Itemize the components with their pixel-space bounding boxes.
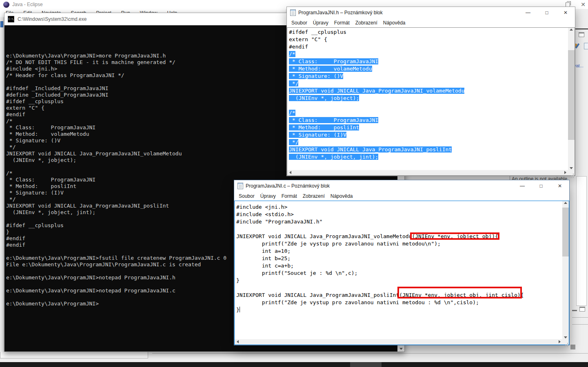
code-line: #endif [289,43,568,51]
resize-grip[interactable] [562,339,569,345]
maximize-button[interactable]: □ [532,180,550,192]
outline-view-icon-fragment[interactable] [584,43,588,49]
code-line: JNIEXPORT void JNICALL Java_ProgramJavaJ… [236,292,562,299]
code-line: JNIEXPORT void JNICALL Java_ProgramJavaJ… [289,87,568,95]
eclipse-editor-border [575,29,588,29]
menu-item[interactable]: Zobrazení [353,19,380,27]
notepad-c-text[interactable]: #include <jni.h> #include <stdio.h> #inc… [235,201,562,339]
menu-item[interactable]: Úpravy [257,192,279,200]
eclipse-toolbar-icon-fragment [0,21,3,27]
code-line: /* [289,109,568,117]
eclipse-left-panel-edge [0,17,4,352]
scrollbar-thumb[interactable] [568,50,575,140]
notepad-icon [290,9,296,16]
code-line: int a=10; [236,248,562,255]
menu-item[interactable]: Zobrazení [300,192,328,200]
notepad-c-titlebar[interactable]: ProgramJavaJNI.c – Poznámkový blok — □ ✕ [234,180,569,192]
code-line: int c=a+b; [236,262,562,270]
code-line: */ [289,139,568,146]
notepad-h-text[interactable]: #ifdef __cplusplusextern "C" {#endif/* *… [287,28,568,170]
code-line: } [236,277,562,284]
code-line: (JNIEnv *, jobject); [289,95,568,102]
horizontal-scrollbar[interactable] [287,170,568,175]
red-highlight-box: (JNIEnv *env, jobject obj){ [412,233,498,239]
menu-item[interactable]: Soubor [236,192,257,200]
scrollbar-thumb[interactable] [562,208,569,256]
code-line [289,102,568,109]
code-line: printf("Soucet je : %d \n",c); [236,270,562,277]
cmd-window-title: C:\Windows\System32\cmd.exe [18,16,87,22]
taskbar-segment[interactable] [350,362,382,367]
code-line: #include "ProgramJavaJNI.h" [236,218,562,226]
code-line: * Method: volameMetodu [289,65,568,73]
code-line: * Method: posliInt [289,124,568,131]
code-line: JNIEXPORT void JNICALL Java_ProgramJavaJ… [289,146,568,153]
panel-divider [572,317,588,318]
red-highlight-box: (JNIEnv *env, jobject obj, jint cislo) [399,292,520,298]
vertical-scrollbar[interactable] [562,201,569,339]
notepad-icon [237,183,243,189]
eclipse-restore-icon[interactable] [566,2,570,7]
scrollbar-left-arrow-icon[interactable] [288,171,292,174]
panel-corner-fragment [570,345,575,349]
code-line: (JNIEnv *, jobject, jint); [289,153,568,161]
scrollbar-down-arrow-icon[interactable] [562,336,569,338]
code-line: /* [289,51,568,58]
maximize-view-icon[interactable] [579,307,585,312]
notepad-c-title: ProgramJavaJNI.c – Poznámkový blok [246,183,330,189]
menu-item[interactable]: Soubor [288,19,310,27]
menu-item[interactable]: Nápověda [328,192,356,200]
vertical-scrollbar[interactable] [568,28,575,170]
notepad-c-window: ProgramJavaJNI.c – Poznámkový blok — □ ✕… [234,180,570,345]
scrollbar-right-arrow-icon[interactable] [563,171,567,174]
code-line: */ [289,80,568,87]
notepad-h-title: ProgramJavaJNI.h – Poznámkový blok [298,10,383,15]
notepad-c-menubar: SouborÚpravyFormátZobrazeníNápověda [234,192,569,201]
cmd-icon: C:\ [8,16,14,22]
code-line: extern "C" { [289,36,568,43]
scrollbar-up-arrow-icon[interactable] [568,29,575,31]
code-line: #ifdef __cplusplus [289,29,568,36]
maximize-view-icon[interactable] [579,32,584,37]
taskbar[interactable] [0,362,588,367]
minimize-button[interactable]: — [513,180,532,192]
scrollbar-up-arrow-icon[interactable] [562,202,569,204]
code-line: int b=25; [236,255,562,262]
outline-panel-edge [576,176,587,306]
horizontal-scrollbar[interactable] [235,339,562,345]
eclipse-icon [3,2,9,8]
minimize-view-icon[interactable] [572,310,577,311]
code-line: * Signature: (I)V [289,131,568,139]
maximize-button[interactable]: □ [537,7,556,18]
code-line: JNIEXPORT void JNICALL Java_ProgramJavaJ… [236,233,562,240]
code-line: } [236,306,562,314]
close-button[interactable]: ✕ [550,180,569,192]
eclipse-statusbar-border [152,353,588,354]
menu-item[interactable]: Úpravy [310,19,331,27]
notepad-h-window: ProgramJavaJNI.h – Poznámkový blok — □ ✕… [286,7,575,176]
notepad-h-titlebar[interactable]: ProgramJavaJNI.h – Poznámkový blok — □ ✕ [287,7,575,18]
scrollbar-right-arrow-icon[interactable] [557,340,561,343]
scrollbar-down-arrow-icon[interactable] [568,167,575,169]
code-line: printf("Zde je vystup pro zavolanou nati… [236,299,562,306]
code-line: #include <jni.h> [236,203,562,211]
eclipse-bottom-panel [0,352,148,358]
code-line: * Class: ProgramJavaJNI [289,117,568,124]
eclipse-window-title: Java - Eclipse [12,2,43,7]
scrollbar-down-arrow-icon[interactable] [397,348,404,350]
code-line: * Signature: ()V [289,73,568,80]
notepad-h-menubar: SouborÚpravyFormátZobrazeníNápověda [287,18,575,27]
close-button[interactable]: ✕ [556,7,575,18]
eclipse-close-icon[interactable]: ✕ [581,2,586,7]
code-line: * Class: ProgramJavaJNI [289,58,568,65]
code-line [236,226,562,233]
minimize-button[interactable]: — [519,7,537,18]
menu-item[interactable]: Nápověda [380,19,408,27]
resize-grip[interactable] [568,170,575,175]
menu-item[interactable]: Formát [279,192,300,200]
menu-item[interactable]: Formát [331,19,353,27]
code-line: printf("Zde je vystup pro zavolanou nati… [236,240,562,248]
scrollbar-left-arrow-icon[interactable] [235,340,240,343]
panel-divider [572,324,588,325]
code-line [236,284,562,292]
